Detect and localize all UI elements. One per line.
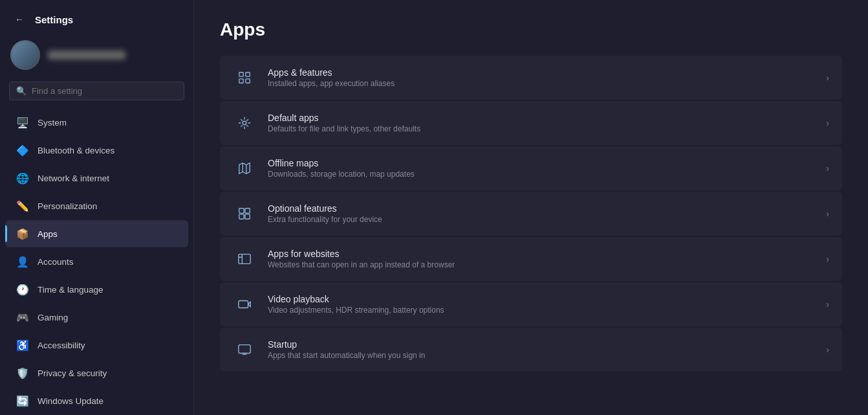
svg-rect-12 [239,301,248,308]
back-button[interactable]: ← [10,10,28,28]
nav-icon-update: 🔄 [16,394,30,408]
sidebar-item-bluetooth[interactable]: 🔷Bluetooth & devices [5,137,188,164]
sidebar-item-label-apps: Apps [38,229,58,239]
svg-rect-1 [246,73,250,76]
main-content: Apps Apps & featuresInstalled apps, app … [194,0,868,415]
offline-maps-icon [233,157,256,180]
chevron-icon-offline-maps: › [826,163,829,174]
sidebar-item-label-bluetooth: Bluetooth & devices [38,146,114,155]
nav-icon-personalization: ✏️ [16,199,30,213]
avatar [10,40,40,70]
sidebar-item-privacy[interactable]: 🛡️Privacy & security [5,359,188,387]
search-icon: 🔍 [16,86,27,96]
settings-list: Apps & featuresInstalled apps, app execu… [220,56,842,372]
item-subtitle-startup: Apps that start automatically when you s… [268,351,814,360]
item-text-offline-maps: Offline mapsDownloads, storage location,… [268,158,814,179]
svg-rect-7 [239,208,244,213]
svg-rect-2 [239,79,243,83]
sidebar-item-label-update: Windows Update [38,396,103,406]
chevron-icon-video-playback: › [826,299,829,309]
svg-point-4 [243,121,246,125]
app-title: Settings [35,14,73,25]
sidebar-item-apps[interactable]: 📦Apps [5,220,188,247]
sidebar-item-label-privacy: Privacy & security [38,368,107,378]
nav-icon-bluetooth: 🔷 [16,143,30,157]
nav-icon-time: 🕐 [16,282,30,297]
item-title-apps-for-websites: Apps for websites [268,249,814,259]
default-apps-icon [233,111,256,135]
svg-rect-11 [239,254,250,264]
nav-icon-privacy: 🛡️ [16,366,30,380]
svg-rect-3 [246,79,250,83]
optional-features-icon [233,202,256,225]
item-text-apps-for-websites: Apps for websitesWebsites that can open … [268,249,814,269]
nav-items: 🖥️System🔷Bluetooth & devices🌐Network & i… [0,106,193,415]
sidebar-item-label-accounts: Accounts [38,257,74,267]
chevron-icon-startup: › [826,344,829,355]
item-title-default-apps: Default apps [268,113,814,123]
sidebar-item-accounts[interactable]: 👤Accounts [5,248,188,275]
sidebar-header: ← Settings [0,0,193,34]
svg-rect-8 [245,208,250,213]
settings-item-startup[interactable]: StartupApps that start automatically whe… [220,328,842,372]
nav-icon-accessibility: ♿ [16,338,30,352]
item-subtitle-video-playback: Video adjustments, HDR streaming, batter… [268,306,814,315]
item-text-apps-features: Apps & featuresInstalled apps, app execu… [268,67,814,88]
nav-icon-system: 🖥️ [16,115,30,129]
item-text-video-playback: Video playbackVideo adjustments, HDR str… [268,294,814,315]
back-icon: ← [15,14,24,25]
svg-rect-0 [239,73,243,76]
settings-item-apps-for-websites[interactable]: Apps for websitesWebsites that can open … [220,237,842,281]
chevron-icon-optional-features: › [826,208,829,219]
chevron-icon-apps-features: › [826,73,829,83]
item-subtitle-default-apps: Defaults for file and link types, other … [268,124,814,133]
sidebar-item-system[interactable]: 🖥️System [5,109,188,136]
item-subtitle-optional-features: Extra functionality for your device [268,215,814,224]
sidebar-item-personalization[interactable]: ✏️Personalization [5,192,188,219]
settings-item-video-playback[interactable]: Video playbackVideo adjustments, HDR str… [220,282,842,326]
sidebar-item-time[interactable]: 🕐Time & language [5,276,188,303]
sidebar-item-gaming[interactable]: 🎮Gaming [5,304,188,331]
sidebar: ← Settings 🔍 🖥️System🔷Bluetooth & device… [0,0,194,415]
item-text-startup: StartupApps that start automatically whe… [268,339,814,360]
nav-icon-apps: 📦 [16,227,30,241]
sidebar-item-label-accessibility: Accessibility [38,341,85,350]
item-subtitle-apps-features: Installed apps, app execution aliases [268,79,814,88]
sidebar-item-update[interactable]: 🔄Windows Update [5,387,188,414]
apps-websites-icon [233,247,256,271]
svg-rect-13 [239,345,250,353]
item-text-optional-features: Optional featuresExtra functionality for… [268,203,814,224]
sidebar-item-label-network: Network & internet [38,174,109,183]
item-text-default-apps: Default appsDefaults for file and link t… [268,113,814,133]
search-input[interactable] [32,86,177,96]
user-section [0,34,193,76]
item-subtitle-apps-for-websites: Websites that can open in an app instead… [268,260,814,269]
settings-item-default-apps[interactable]: Default appsDefaults for file and link t… [220,101,842,145]
item-subtitle-offline-maps: Downloads, storage location, map updates [268,170,814,179]
sidebar-item-label-gaming: Gaming [38,313,68,322]
item-title-offline-maps: Offline maps [268,158,814,168]
sidebar-item-accessibility[interactable]: ♿Accessibility [5,331,188,359]
sidebar-item-label-time: Time & language [38,285,103,295]
chevron-icon-apps-for-websites: › [826,254,829,264]
page-title: Apps [220,19,842,40]
item-title-apps-features: Apps & features [268,67,814,78]
item-title-startup: Startup [268,339,814,350]
user-name [48,50,125,60]
svg-rect-10 [245,214,250,219]
sidebar-item-label-system: System [38,118,67,128]
settings-item-offline-maps[interactable]: Offline mapsDownloads, storage location,… [220,146,842,190]
nav-icon-accounts: 👤 [16,254,30,269]
settings-item-optional-features[interactable]: Optional featuresExtra functionality for… [220,192,842,236]
svg-rect-9 [239,214,244,219]
chevron-icon-default-apps: › [826,118,829,128]
sidebar-item-network[interactable]: 🌐Network & internet [5,164,188,192]
search-box[interactable]: 🔍 [9,82,184,100]
item-title-optional-features: Optional features [268,203,814,214]
video-playback-icon [233,293,256,316]
item-title-video-playback: Video playback [268,294,814,304]
apps-features-icon [233,66,256,89]
nav-icon-network: 🌐 [16,171,30,185]
sidebar-item-label-personalization: Personalization [38,201,97,211]
settings-item-apps-features[interactable]: Apps & featuresInstalled apps, app execu… [220,56,842,100]
